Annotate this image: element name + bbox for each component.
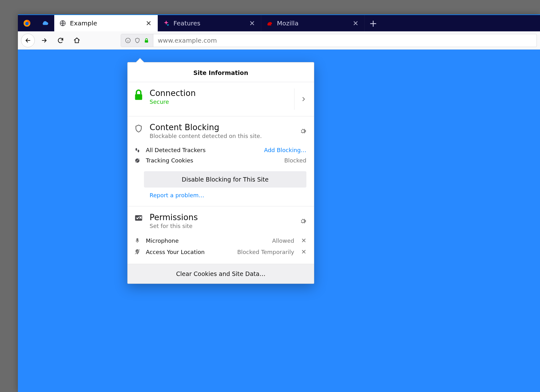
permissions-settings-button[interactable] xyxy=(299,218,306,225)
microphone-icon xyxy=(135,237,140,244)
lock-icon xyxy=(133,89,144,101)
identity-box[interactable] xyxy=(121,34,153,47)
blocking-title: Content Blocking xyxy=(150,123,294,132)
permissions-title: Permissions xyxy=(150,213,294,222)
location-status: Blocked Temporarily xyxy=(237,249,294,255)
cookies-row: Tracking Cookies Blocked xyxy=(133,155,306,166)
sparkle-icon xyxy=(163,20,170,27)
tab-mozilla[interactable]: Mozilla ✕ xyxy=(261,15,365,31)
add-blocking-link[interactable]: Add Blocking… xyxy=(264,147,306,153)
chevron-right-icon xyxy=(301,96,306,102)
permissions-icon xyxy=(134,213,143,223)
pinned-tab-firefox[interactable] xyxy=(18,15,36,31)
popup-title: Site Information xyxy=(128,62,314,82)
site-info-popup: Site Information Connection Secure xyxy=(127,62,314,284)
cookies-label: Tracking Cookies xyxy=(146,157,280,164)
tab-title: Features xyxy=(173,19,245,27)
microphone-row: Microphone Allowed ✕ xyxy=(133,235,306,246)
home-icon xyxy=(73,37,80,44)
microphone-status: Allowed xyxy=(272,237,294,244)
connection-status: Secure xyxy=(150,98,289,105)
info-icon xyxy=(125,37,131,44)
arrow-left-icon xyxy=(24,37,31,44)
cloud-icon xyxy=(41,19,49,27)
browser-window: Example ✕ Features ✕ Mozilla ✕ + xyxy=(18,14,540,392)
url-text: www.example.com xyxy=(153,37,221,44)
svg-point-6 xyxy=(135,148,137,151)
footprints-icon xyxy=(134,147,140,153)
cookie-blocked-icon xyxy=(134,157,140,164)
svg-point-1 xyxy=(25,22,29,25)
forward-button[interactable] xyxy=(37,34,51,47)
tab-strip: Example ✕ Features ✕ Mozilla ✕ + xyxy=(18,15,540,31)
disable-blocking-button[interactable]: Disable Blocking for This Site xyxy=(144,171,306,188)
svg-rect-12 xyxy=(137,238,138,241)
svg-rect-5 xyxy=(135,94,142,100)
connection-section: Connection Secure xyxy=(128,82,314,116)
microphone-label: Microphone xyxy=(146,237,268,244)
shield-icon xyxy=(134,123,143,134)
back-button[interactable] xyxy=(21,34,35,47)
dino-icon xyxy=(266,20,273,27)
tab-title: Example xyxy=(70,19,141,27)
firefox-icon xyxy=(23,19,31,27)
location-row: Access Your Location Blocked Temporarily… xyxy=(133,246,306,257)
reload-icon xyxy=(57,37,64,44)
remove-location-button[interactable]: ✕ xyxy=(301,248,306,256)
location-blocked-icon xyxy=(134,249,140,255)
tab-title: Mozilla xyxy=(277,19,348,27)
clear-data-button[interactable]: Clear Cookies and Site Data… xyxy=(128,264,314,283)
blocking-settings-button[interactable] xyxy=(299,128,306,135)
url-bar[interactable]: www.example.com xyxy=(121,34,537,47)
close-icon[interactable]: ✕ xyxy=(145,19,152,27)
permissions-section: Permissions Set for this site Microphone… xyxy=(128,206,314,264)
trackers-label: All Detected Trackers xyxy=(146,147,260,153)
lock-icon xyxy=(144,38,149,43)
tab-example[interactable]: Example ✕ xyxy=(54,15,158,31)
nav-toolbar: www.example.com xyxy=(18,31,540,50)
gear-icon xyxy=(299,218,306,225)
svg-rect-4 xyxy=(145,40,148,43)
svg-point-7 xyxy=(138,150,139,152)
pinned-tabs-area xyxy=(18,15,54,31)
home-button[interactable] xyxy=(70,34,84,47)
blocking-subtitle: Blockable content detected on this site. xyxy=(150,133,294,139)
permissions-subtitle: Set for this site xyxy=(150,223,294,229)
globe-icon xyxy=(59,20,66,27)
new-tab-button[interactable]: + xyxy=(365,15,382,31)
report-problem-link[interactable]: Report a problem… xyxy=(150,192,306,199)
location-label: Access Your Location xyxy=(146,249,233,255)
trackers-row: All Detected Trackers Add Blocking… xyxy=(133,145,306,155)
close-icon[interactable]: ✕ xyxy=(352,19,359,27)
gear-icon xyxy=(299,128,306,135)
cookies-status: Blocked xyxy=(284,157,306,164)
pinned-tab-app[interactable] xyxy=(36,15,54,31)
connection-expand[interactable] xyxy=(294,88,306,110)
shield-icon xyxy=(134,37,140,44)
tab-features[interactable]: Features ✕ xyxy=(158,15,261,31)
content-blocking-section: Content Blocking Blockable content detec… xyxy=(128,116,314,206)
arrow-right-icon xyxy=(41,37,48,44)
remove-microphone-button[interactable]: ✕ xyxy=(301,237,306,244)
connection-title: Connection xyxy=(150,88,289,98)
close-icon[interactable]: ✕ xyxy=(248,19,256,27)
reload-button[interactable] xyxy=(54,34,67,47)
